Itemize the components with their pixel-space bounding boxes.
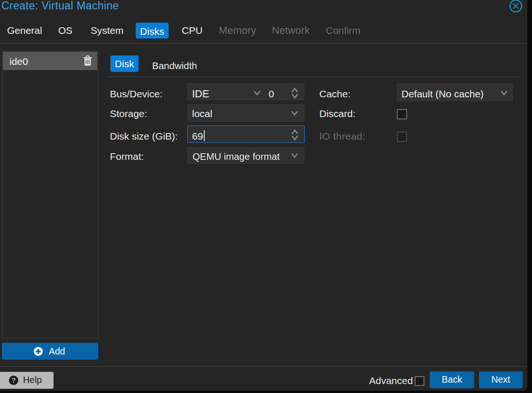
- svg-text:?: ?: [11, 376, 15, 384]
